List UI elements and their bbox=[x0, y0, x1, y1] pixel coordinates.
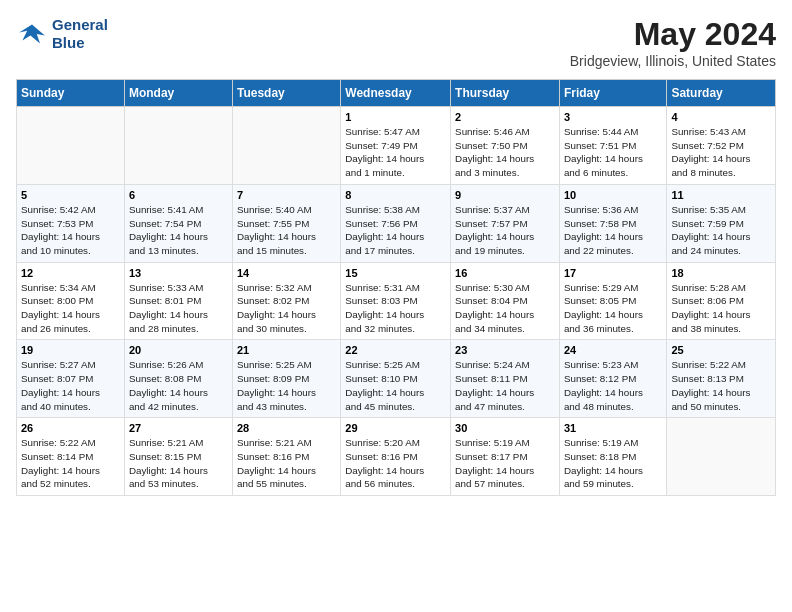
day-number: 16 bbox=[455, 267, 555, 279]
day-number: 24 bbox=[564, 344, 662, 356]
day-info: Sunrise: 5:22 AM Sunset: 8:13 PM Dayligh… bbox=[671, 358, 771, 413]
day-info: Sunrise: 5:34 AM Sunset: 8:00 PM Dayligh… bbox=[21, 281, 120, 336]
day-number: 10 bbox=[564, 189, 662, 201]
day-number: 11 bbox=[671, 189, 771, 201]
svg-marker-0 bbox=[19, 24, 45, 43]
day-info: Sunrise: 5:32 AM Sunset: 8:02 PM Dayligh… bbox=[237, 281, 336, 336]
day-info: Sunrise: 5:40 AM Sunset: 7:55 PM Dayligh… bbox=[237, 203, 336, 258]
day-number: 20 bbox=[129, 344, 228, 356]
day-info: Sunrise: 5:33 AM Sunset: 8:01 PM Dayligh… bbox=[129, 281, 228, 336]
calendar-cell: 15Sunrise: 5:31 AM Sunset: 8:03 PM Dayli… bbox=[341, 262, 451, 340]
calendar-cell: 12Sunrise: 5:34 AM Sunset: 8:00 PM Dayli… bbox=[17, 262, 125, 340]
day-info: Sunrise: 5:25 AM Sunset: 8:09 PM Dayligh… bbox=[237, 358, 336, 413]
day-number: 4 bbox=[671, 111, 771, 123]
day-info: Sunrise: 5:20 AM Sunset: 8:16 PM Dayligh… bbox=[345, 436, 446, 491]
day-info: Sunrise: 5:22 AM Sunset: 8:14 PM Dayligh… bbox=[21, 436, 120, 491]
col-header-wednesday: Wednesday bbox=[341, 80, 451, 107]
day-info: Sunrise: 5:21 AM Sunset: 8:16 PM Dayligh… bbox=[237, 436, 336, 491]
day-info: Sunrise: 5:28 AM Sunset: 8:06 PM Dayligh… bbox=[671, 281, 771, 336]
day-info: Sunrise: 5:19 AM Sunset: 8:17 PM Dayligh… bbox=[455, 436, 555, 491]
calendar-cell: 16Sunrise: 5:30 AM Sunset: 8:04 PM Dayli… bbox=[451, 262, 560, 340]
day-number: 25 bbox=[671, 344, 771, 356]
calendar-cell: 10Sunrise: 5:36 AM Sunset: 7:58 PM Dayli… bbox=[559, 184, 666, 262]
calendar-cell bbox=[667, 418, 776, 496]
calendar-cell: 1Sunrise: 5:47 AM Sunset: 7:49 PM Daylig… bbox=[341, 107, 451, 185]
week-row-3: 12Sunrise: 5:34 AM Sunset: 8:00 PM Dayli… bbox=[17, 262, 776, 340]
day-info: Sunrise: 5:30 AM Sunset: 8:04 PM Dayligh… bbox=[455, 281, 555, 336]
day-info: Sunrise: 5:31 AM Sunset: 8:03 PM Dayligh… bbox=[345, 281, 446, 336]
day-info: Sunrise: 5:26 AM Sunset: 8:08 PM Dayligh… bbox=[129, 358, 228, 413]
day-info: Sunrise: 5:47 AM Sunset: 7:49 PM Dayligh… bbox=[345, 125, 446, 180]
calendar-cell: 8Sunrise: 5:38 AM Sunset: 7:56 PM Daylig… bbox=[341, 184, 451, 262]
day-number: 5 bbox=[21, 189, 120, 201]
day-number: 21 bbox=[237, 344, 336, 356]
calendar-cell: 29Sunrise: 5:20 AM Sunset: 8:16 PM Dayli… bbox=[341, 418, 451, 496]
calendar-cell: 9Sunrise: 5:37 AM Sunset: 7:57 PM Daylig… bbox=[451, 184, 560, 262]
calendar-cell: 24Sunrise: 5:23 AM Sunset: 8:12 PM Dayli… bbox=[559, 340, 666, 418]
col-header-tuesday: Tuesday bbox=[232, 80, 340, 107]
day-info: Sunrise: 5:19 AM Sunset: 8:18 PM Dayligh… bbox=[564, 436, 662, 491]
day-info: Sunrise: 5:23 AM Sunset: 8:12 PM Dayligh… bbox=[564, 358, 662, 413]
day-info: Sunrise: 5:38 AM Sunset: 7:56 PM Dayligh… bbox=[345, 203, 446, 258]
day-number: 8 bbox=[345, 189, 446, 201]
week-row-1: 1Sunrise: 5:47 AM Sunset: 7:49 PM Daylig… bbox=[17, 107, 776, 185]
week-row-2: 5Sunrise: 5:42 AM Sunset: 7:53 PM Daylig… bbox=[17, 184, 776, 262]
day-info: Sunrise: 5:29 AM Sunset: 8:05 PM Dayligh… bbox=[564, 281, 662, 336]
day-number: 19 bbox=[21, 344, 120, 356]
day-info: Sunrise: 5:35 AM Sunset: 7:59 PM Dayligh… bbox=[671, 203, 771, 258]
day-number: 1 bbox=[345, 111, 446, 123]
col-header-sunday: Sunday bbox=[17, 80, 125, 107]
calendar-cell: 3Sunrise: 5:44 AM Sunset: 7:51 PM Daylig… bbox=[559, 107, 666, 185]
header: General Blue May 2024 Bridgeview, Illino… bbox=[16, 16, 776, 69]
calendar-cell: 5Sunrise: 5:42 AM Sunset: 7:53 PM Daylig… bbox=[17, 184, 125, 262]
day-number: 29 bbox=[345, 422, 446, 434]
calendar-cell bbox=[17, 107, 125, 185]
day-number: 30 bbox=[455, 422, 555, 434]
subtitle: Bridgeview, Illinois, United States bbox=[570, 53, 776, 69]
col-header-saturday: Saturday bbox=[667, 80, 776, 107]
col-header-monday: Monday bbox=[124, 80, 232, 107]
day-info: Sunrise: 5:24 AM Sunset: 8:11 PM Dayligh… bbox=[455, 358, 555, 413]
day-number: 13 bbox=[129, 267, 228, 279]
week-row-4: 19Sunrise: 5:27 AM Sunset: 8:07 PM Dayli… bbox=[17, 340, 776, 418]
day-number: 14 bbox=[237, 267, 336, 279]
day-number: 22 bbox=[345, 344, 446, 356]
col-header-thursday: Thursday bbox=[451, 80, 560, 107]
calendar-cell: 17Sunrise: 5:29 AM Sunset: 8:05 PM Dayli… bbox=[559, 262, 666, 340]
day-number: 27 bbox=[129, 422, 228, 434]
calendar-cell: 13Sunrise: 5:33 AM Sunset: 8:01 PM Dayli… bbox=[124, 262, 232, 340]
calendar-cell: 14Sunrise: 5:32 AM Sunset: 8:02 PM Dayli… bbox=[232, 262, 340, 340]
day-number: 23 bbox=[455, 344, 555, 356]
day-number: 26 bbox=[21, 422, 120, 434]
calendar-cell: 22Sunrise: 5:25 AM Sunset: 8:10 PM Dayli… bbox=[341, 340, 451, 418]
title-area: May 2024 Bridgeview, Illinois, United St… bbox=[570, 16, 776, 69]
day-info: Sunrise: 5:46 AM Sunset: 7:50 PM Dayligh… bbox=[455, 125, 555, 180]
logo: General Blue bbox=[16, 16, 108, 52]
calendar-cell: 6Sunrise: 5:41 AM Sunset: 7:54 PM Daylig… bbox=[124, 184, 232, 262]
day-number: 15 bbox=[345, 267, 446, 279]
day-info: Sunrise: 5:43 AM Sunset: 7:52 PM Dayligh… bbox=[671, 125, 771, 180]
day-number: 2 bbox=[455, 111, 555, 123]
day-info: Sunrise: 5:36 AM Sunset: 7:58 PM Dayligh… bbox=[564, 203, 662, 258]
calendar-table: SundayMondayTuesdayWednesdayThursdayFrid… bbox=[16, 79, 776, 496]
day-number: 18 bbox=[671, 267, 771, 279]
calendar-cell: 28Sunrise: 5:21 AM Sunset: 8:16 PM Dayli… bbox=[232, 418, 340, 496]
main-title: May 2024 bbox=[570, 16, 776, 53]
calendar-cell: 21Sunrise: 5:25 AM Sunset: 8:09 PM Dayli… bbox=[232, 340, 340, 418]
calendar-cell: 27Sunrise: 5:21 AM Sunset: 8:15 PM Dayli… bbox=[124, 418, 232, 496]
col-header-friday: Friday bbox=[559, 80, 666, 107]
calendar-cell bbox=[124, 107, 232, 185]
day-info: Sunrise: 5:21 AM Sunset: 8:15 PM Dayligh… bbox=[129, 436, 228, 491]
day-number: 28 bbox=[237, 422, 336, 434]
logo-bird-icon bbox=[16, 18, 48, 50]
calendar-cell: 19Sunrise: 5:27 AM Sunset: 8:07 PM Dayli… bbox=[17, 340, 125, 418]
day-info: Sunrise: 5:25 AM Sunset: 8:10 PM Dayligh… bbox=[345, 358, 446, 413]
calendar-cell: 31Sunrise: 5:19 AM Sunset: 8:18 PM Dayli… bbox=[559, 418, 666, 496]
day-number: 9 bbox=[455, 189, 555, 201]
day-number: 17 bbox=[564, 267, 662, 279]
calendar-cell: 30Sunrise: 5:19 AM Sunset: 8:17 PM Dayli… bbox=[451, 418, 560, 496]
calendar-cell: 7Sunrise: 5:40 AM Sunset: 7:55 PM Daylig… bbox=[232, 184, 340, 262]
day-number: 7 bbox=[237, 189, 336, 201]
day-info: Sunrise: 5:37 AM Sunset: 7:57 PM Dayligh… bbox=[455, 203, 555, 258]
calendar-cell: 18Sunrise: 5:28 AM Sunset: 8:06 PM Dayli… bbox=[667, 262, 776, 340]
